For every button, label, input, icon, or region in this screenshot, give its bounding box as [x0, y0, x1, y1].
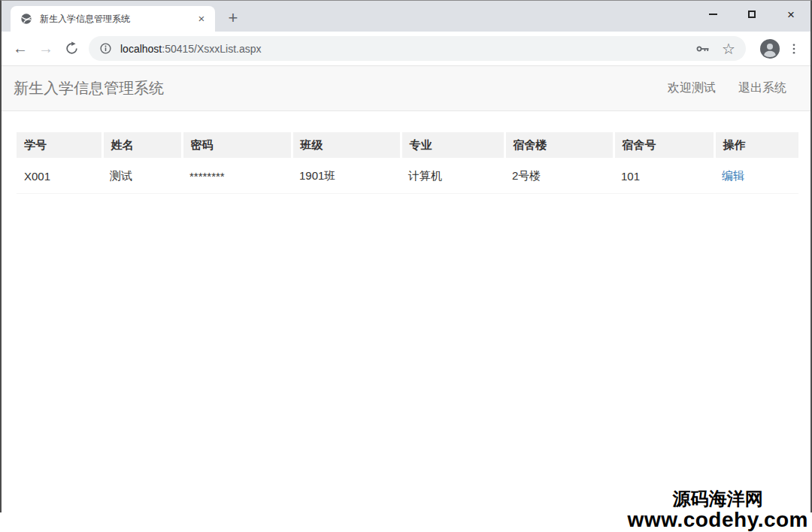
tab-strip: 新生入学信息管理系统 × + ×	[2, 1, 810, 32]
address-bar[interactable]: localhost:50415/XsxxList.aspx ☆	[89, 36, 746, 61]
browser-menu-button[interactable]	[785, 42, 803, 56]
maximize-icon	[748, 11, 756, 18]
welcome-user-text: 欢迎测试	[668, 80, 716, 96]
info-circle-icon[interactable]	[99, 42, 112, 55]
table-row: X001 测试 ******** 1901班 计算机 2号楼 101 编辑	[17, 158, 798, 194]
site-navbar: 新生入学信息管理系统 欢迎测试 退出系统	[2, 66, 810, 111]
tab-title: 新生入学信息管理系统	[40, 13, 194, 26]
edit-link[interactable]: 编辑	[722, 169, 744, 182]
cell-password: ********	[182, 158, 292, 194]
cell-class: 1901班	[292, 158, 401, 194]
window-close-button[interactable]: ×	[771, 1, 810, 28]
col-header-dorm-building: 宿舍楼	[504, 132, 614, 158]
main-content: 学号 姓名 密码 班级 专业 宿舍楼 宿舍号 操作 X001 测试 ******…	[2, 111, 810, 194]
close-icon: ×	[787, 8, 795, 21]
tab-close-icon[interactable]: ×	[194, 11, 209, 26]
watermark-url: www.codehy.com	[628, 509, 808, 532]
three-dot-menu-icon	[787, 42, 801, 56]
browser-toolbar: ← → localhost:50415/XsxxList.aspx	[2, 32, 810, 66]
reload-icon	[65, 41, 79, 56]
watermark: 源码海洋网 www.codehy.com	[628, 489, 808, 532]
logout-link[interactable]: 退出系统	[738, 80, 786, 96]
back-button[interactable]: ←	[8, 36, 33, 62]
col-header-name: 姓名	[102, 132, 182, 158]
watermark-site-name: 源码海洋网	[628, 489, 808, 509]
cell-name: 测试	[102, 158, 182, 194]
maximize-button[interactable]	[732, 1, 771, 28]
arrow-left-icon: ←	[13, 40, 28, 57]
browser-tab[interactable]: 新生入学信息管理系统 ×	[11, 6, 215, 32]
browser-window: 新生入学信息管理系统 × + × ← →	[0, 0, 812, 512]
avatar-person-icon	[760, 39, 780, 59]
new-tab-button[interactable]: +	[223, 8, 244, 29]
table-header-row: 学号 姓名 密码 班级 专业 宿舍楼 宿舍号 操作	[17, 132, 798, 158]
page-title: 新生入学信息管理系统	[14, 78, 164, 98]
globe-icon	[20, 13, 32, 25]
col-header-student-id: 学号	[17, 132, 102, 158]
col-header-dorm-number: 宿舍号	[614, 132, 714, 158]
reload-button[interactable]	[59, 36, 84, 62]
minimize-button[interactable]	[693, 1, 732, 28]
cell-student-id: X001	[17, 158, 102, 194]
cell-major: 计算机	[401, 158, 504, 194]
forward-button[interactable]: →	[33, 36, 59, 62]
window-controls: ×	[693, 1, 810, 28]
col-header-major: 专业	[401, 132, 504, 158]
col-header-class: 班级	[292, 132, 401, 158]
navbar-right: 欢迎测试 退出系统	[668, 80, 786, 96]
password-key-button[interactable]	[695, 41, 710, 56]
student-table: 学号 姓名 密码 班级 专业 宿舍楼 宿舍号 操作 X001 测试 ******…	[17, 132, 798, 194]
cell-actions: 编辑	[714, 158, 798, 194]
url-host: localhost	[120, 43, 162, 55]
bookmark-star-icon[interactable]: ☆	[722, 41, 735, 56]
url-text[interactable]: localhost:50415/XsxxList.aspx	[120, 43, 262, 55]
cell-dorm-number: 101	[614, 158, 714, 194]
cell-dorm-building: 2号楼	[504, 158, 614, 194]
url-path: :50415/XsxxList.aspx	[162, 43, 261, 55]
profile-avatar-button[interactable]	[760, 39, 780, 59]
minimize-icon	[709, 14, 717, 15]
arrow-right-icon: →	[38, 40, 53, 57]
col-header-password: 密码	[182, 132, 292, 158]
col-header-actions: 操作	[714, 132, 798, 158]
